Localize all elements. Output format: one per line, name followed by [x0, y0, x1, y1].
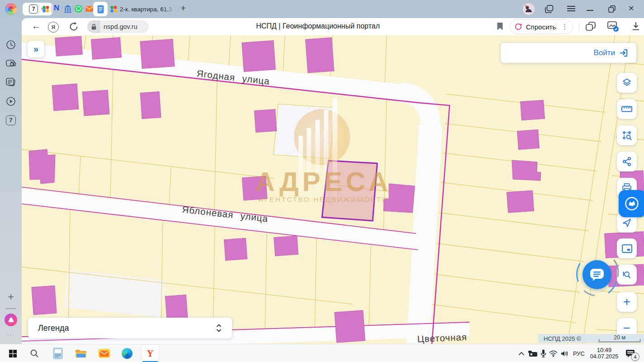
navigation-arrow-icon: [622, 218, 632, 228]
tabs-overview-icon[interactable]: [545, 5, 554, 13]
login-panel[interactable]: Войти: [501, 43, 636, 63]
legend-title: Легенда: [38, 324, 69, 333]
tray-wifi-icon[interactable]: [547, 344, 559, 362]
divider: [84, 5, 84, 13]
layers-button[interactable]: [617, 73, 637, 93]
chat-bubble-icon: [589, 268, 605, 281]
lock-icon: [87, 20, 100, 33]
download-icon[interactable]: [631, 22, 640, 31]
sidebar-more-button[interactable]: ···: [4, 330, 18, 338]
divider: [51, 5, 52, 13]
pinned-tab-services-icon[interactable]: [42, 5, 49, 13]
alice-assistant-icon[interactable]: [5, 314, 17, 326]
yandex-browser-taskbar-icon[interactable]: Y: [141, 344, 159, 362]
taskbar-app-icon[interactable]: [50, 344, 66, 362]
building: [507, 191, 534, 213]
edge-browser-icon[interactable]: [119, 344, 135, 362]
history-icon[interactable]: [6, 40, 16, 50]
sidebar-add-button[interactable]: +: [5, 292, 16, 303]
building: [140, 92, 161, 119]
clock[interactable]: 10:49 04.07.2025: [588, 344, 620, 362]
restore-button[interactable]: [608, 5, 616, 13]
collections-icon[interactable]: [586, 22, 596, 31]
minus-icon: −: [623, 322, 630, 334]
screenshot-tool-icon[interactable]: [6, 58, 16, 68]
building: [52, 84, 79, 111]
browser-logo-icon[interactable]: [5, 3, 17, 15]
tray-microphone-icon[interactable]: [538, 344, 548, 362]
tab-count-square[interactable]: 7: [6, 115, 16, 125]
layers-icon: [622, 78, 632, 88]
expand-panel-button[interactable]: »: [28, 41, 44, 57]
building: [242, 41, 275, 72]
building: [305, 38, 334, 73]
news-feed-icon[interactable]: [6, 77, 16, 87]
yandex-search-button[interactable]: Я: [48, 22, 59, 33]
building: [335, 310, 365, 343]
map-canvas[interactable]: АДРЕСА АГЕНТСТВО НЕДВИЖИМОСТИ Ягодная ул…: [22, 35, 644, 344]
building: [55, 36, 83, 56]
ask-more-button[interactable]: ⋮: [556, 23, 568, 31]
language-indicator[interactable]: РУС: [571, 344, 587, 362]
pinned-tab-mail-icon[interactable]: [85, 5, 93, 12]
map-sketch-icon: [624, 195, 640, 212]
ask-sparkle-icon: [515, 23, 523, 31]
screenshot-check-icon[interactable]: [607, 21, 619, 32]
building: [274, 236, 298, 256]
map-attribution: НСПД 2025 © 20 м: [538, 334, 644, 343]
minimize-button[interactable]: [587, 10, 593, 11]
tray-device-icon[interactable]: [526, 344, 539, 362]
browser-tab[interactable]: 2-к. квартира, 61,3 м², 4/1: [110, 2, 177, 16]
share-icon: [622, 157, 632, 167]
pinned-tab-bank-icon[interactable]: [64, 5, 71, 13]
tray-expand-icon[interactable]: [516, 344, 527, 362]
address-bar[interactable]: nspd.gov.ru: [87, 20, 149, 33]
chat-assistant-button[interactable]: [582, 260, 611, 289]
divider: [73, 5, 73, 13]
pinned-tab-n-icon[interactable]: N: [54, 4, 61, 14]
notification-center-button[interactable]: 4: [621, 344, 639, 362]
reload-button[interactable]: [69, 22, 79, 32]
login-label[interactable]: Войти: [593, 48, 615, 57]
tab-favicon-services-icon: [110, 5, 117, 13]
tray-date: 04.07.2025: [590, 353, 619, 360]
ask-ai-button[interactable]: Спросить ⋮: [510, 19, 573, 34]
tray-time: 10:49: [597, 347, 612, 353]
tray-volume-icon[interactable]: [559, 344, 571, 362]
browser-sidebar: 7 + ···: [0, 18, 22, 344]
mail-app-icon[interactable]: [96, 344, 112, 362]
document-icon: [97, 5, 104, 14]
desktop: 7 N 2-к. квартира, 61,3 м², 4/1: [0, 0, 644, 362]
login-icon: [619, 49, 628, 57]
divider: [5, 308, 16, 309]
start-button[interactable]: [5, 344, 20, 362]
bookmark-icon[interactable]: [497, 22, 503, 31]
profile-avatar[interactable]: [523, 3, 535, 15]
legend-panel[interactable]: Легенда: [28, 318, 232, 338]
ask-label: Спросить: [526, 23, 556, 31]
plus-icon: +: [623, 296, 630, 308]
video-icon[interactable]: [6, 96, 16, 106]
new-tab-button[interactable]: +: [180, 3, 186, 14]
taskbar: Y РУС 10:49 04.07.2025 4: [0, 344, 644, 362]
taskbar-search-icon[interactable]: [27, 344, 42, 362]
back-button[interactable]: ←: [32, 21, 41, 31]
scale-bar: 20 м: [598, 334, 641, 343]
pinned-tab-whatsapp-icon[interactable]: [75, 5, 82, 13]
page-title: НСПД | Геоинформационный портал: [185, 22, 451, 30]
building: [517, 129, 540, 149]
street-label: Цветочная: [417, 332, 467, 344]
close-button[interactable]: ✕: [628, 4, 634, 13]
menu-icon[interactable]: [567, 6, 575, 12]
file-explorer-icon[interactable]: [73, 344, 89, 362]
browser-tab-bar: 7 N 2-к. квартира, 61,3 м², 4/1: [0, 0, 644, 18]
measure-button[interactable]: [617, 99, 637, 119]
area-search-button[interactable]: [617, 125, 637, 145]
divider: [62, 5, 62, 13]
share-button[interactable]: [617, 152, 637, 171]
active-pinned-tab[interactable]: [93, 2, 108, 16]
ruler-icon: [621, 106, 632, 112]
feedback-map-button[interactable]: [619, 190, 644, 217]
building: [224, 238, 247, 260]
collapse-expand-icon[interactable]: [216, 324, 222, 333]
